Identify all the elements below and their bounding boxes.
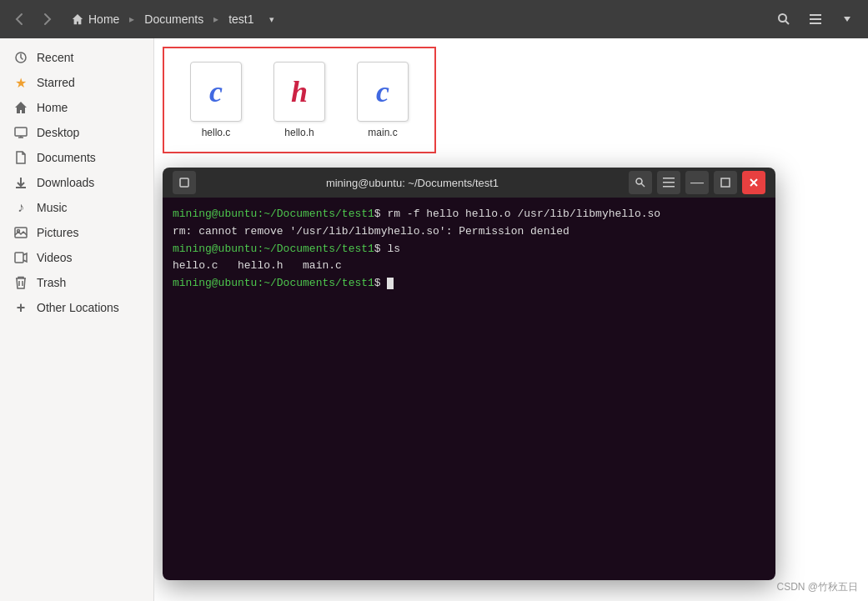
sidebar-item-downloads[interactable]: Downloads <box>0 170 153 195</box>
pictures-icon <box>13 225 28 240</box>
file-main-c[interactable]: c main.c <box>341 55 424 145</box>
sidebar-item-trash-label: Trash <box>37 276 66 289</box>
file-hello-c[interactable]: c hello.c <box>174 55 258 145</box>
trash-icon <box>13 275 28 290</box>
svg-point-18 <box>636 178 642 184</box>
file-hello-h[interactable]: h hello.h <box>258 55 341 145</box>
sidebar-item-music[interactable]: ♪ Music <box>0 195 153 220</box>
term-prompt-2: mining@ubuntu:~/Documents/test1 <box>173 243 374 255</box>
breadcrumb-sep-2: ▸ <box>213 13 218 25</box>
sidebar-item-starred-label: Starred <box>37 76 75 89</box>
home-icon <box>13 100 28 115</box>
sidebar-item-starred[interactable]: ★ Starred <box>0 70 153 95</box>
terminal-search-btn[interactable] <box>629 171 652 194</box>
file-name-hello-h: hello.h <box>284 127 314 138</box>
forward-button[interactable] <box>35 7 60 32</box>
topbar: Home ▸ Documents ▸ test1 ▾ <box>0 0 868 38</box>
file-icon-hello-c: c <box>190 62 242 122</box>
sidebar-item-other-locations[interactable]: + Other Locations <box>0 295 153 320</box>
sidebar-item-videos-label: Videos <box>37 251 73 264</box>
sidebar-item-downloads-label: Downloads <box>37 176 94 189</box>
svg-line-1 <box>785 21 789 24</box>
main-layout: Recent ★ Starred Home Desktop Documents <box>0 38 868 601</box>
documents-icon <box>13 150 28 165</box>
back-button[interactable] <box>7 7 32 32</box>
terminal-title-actions: — <box>629 171 765 194</box>
terminal-minimize-btn[interactable]: — <box>685 171 709 194</box>
term-prompt-1: mining@ubuntu:~/Documents/test1 <box>173 208 374 220</box>
recent-icon <box>13 50 28 65</box>
search-button[interactable] <box>770 5 798 33</box>
terminal-title: mining@ubuntu: ~/Documents/test1 <box>203 177 622 189</box>
terminal-new-tab-btn[interactable] <box>173 171 196 194</box>
file-name-main-c: main.c <box>368 127 397 138</box>
sidebar-item-desktop[interactable]: Desktop <box>0 120 153 145</box>
breadcrumb-home[interactable]: Home <box>63 9 128 29</box>
sidebar-item-home-label: Home <box>37 101 68 114</box>
breadcrumb-documents[interactable]: Documents <box>136 9 212 29</box>
sidebar-item-pictures-label: Pictures <box>37 226 79 239</box>
topbar-actions <box>770 5 861 33</box>
watermark: CSDN @竹秋五日 <box>776 580 858 594</box>
star-icon: ★ <box>13 75 28 90</box>
svg-rect-3 <box>810 18 821 20</box>
desktop-icon <box>13 125 28 140</box>
view-toggle-button[interactable] <box>801 5 830 33</box>
svg-rect-4 <box>810 23 821 24</box>
svg-rect-2 <box>810 14 821 16</box>
svg-marker-5 <box>844 17 850 22</box>
sidebar-item-videos[interactable]: Videos <box>0 245 153 270</box>
breadcrumb-test1[interactable]: test1 <box>220 9 262 29</box>
breadcrumb: Home ▸ Documents ▸ test1 ▾ <box>63 9 766 29</box>
svg-point-0 <box>779 14 786 22</box>
terminal-titlebar: mining@ubuntu: ~/Documents/test1 — <box>163 168 775 198</box>
terminal-title-left <box>173 171 196 194</box>
file-icon-hello-h: h <box>273 62 325 122</box>
file-icon-main-c: c <box>357 62 409 122</box>
breadcrumb-sep-1: ▸ <box>129 13 134 25</box>
term-cursor <box>387 278 394 289</box>
terminal-menu-btn[interactable] <box>657 171 680 194</box>
terminal-maximize-btn[interactable] <box>714 171 737 194</box>
sidebar-item-documents-label: Documents <box>37 151 96 164</box>
svg-rect-23 <box>721 178 730 187</box>
content-area: c hello.c h hello.h c main.c <box>154 38 868 601</box>
svg-rect-17 <box>180 178 188 187</box>
svg-rect-20 <box>663 178 675 179</box>
term-prompt-3: mining@ubuntu:~/Documents/test1 <box>173 277 374 289</box>
videos-icon <box>13 250 28 265</box>
svg-line-19 <box>641 183 645 187</box>
music-icon: ♪ <box>13 200 28 215</box>
other-locations-icon: + <box>13 300 28 315</box>
sidebar-item-desktop-label: Desktop <box>37 126 79 139</box>
terminal-window: mining@ubuntu: ~/Documents/test1 — <box>163 168 775 580</box>
file-name-hello-c: hello.c <box>202 127 231 138</box>
sidebar: Recent ★ Starred Home Desktop Documents <box>0 38 154 601</box>
sidebar-item-documents[interactable]: Documents <box>0 145 153 170</box>
sidebar-item-other-locations-label: Other Locations <box>37 301 119 314</box>
svg-rect-21 <box>663 182 675 183</box>
sidebar-item-pictures[interactable]: Pictures <box>0 220 153 245</box>
sidebar-item-recent-label: Recent <box>37 51 73 64</box>
sidebar-item-trash[interactable]: Trash <box>0 270 153 295</box>
terminal-body[interactable]: mining@ubuntu:~/Documents/test1$ rm -f h… <box>163 198 775 580</box>
sidebar-item-home[interactable]: Home <box>0 95 153 120</box>
file-grid: c hello.c h hello.h c main.c <box>163 47 436 153</box>
sidebar-item-music-label: Music <box>37 201 68 214</box>
breadcrumb-dropdown[interactable]: ▾ <box>264 11 279 28</box>
svg-rect-14 <box>15 253 23 263</box>
svg-rect-7 <box>15 128 27 136</box>
svg-rect-22 <box>663 186 675 188</box>
sidebar-item-recent[interactable]: Recent <box>0 45 153 70</box>
terminal-close-btn[interactable] <box>742 171 765 194</box>
downloads-icon <box>13 175 28 190</box>
menu-button[interactable] <box>833 5 861 33</box>
